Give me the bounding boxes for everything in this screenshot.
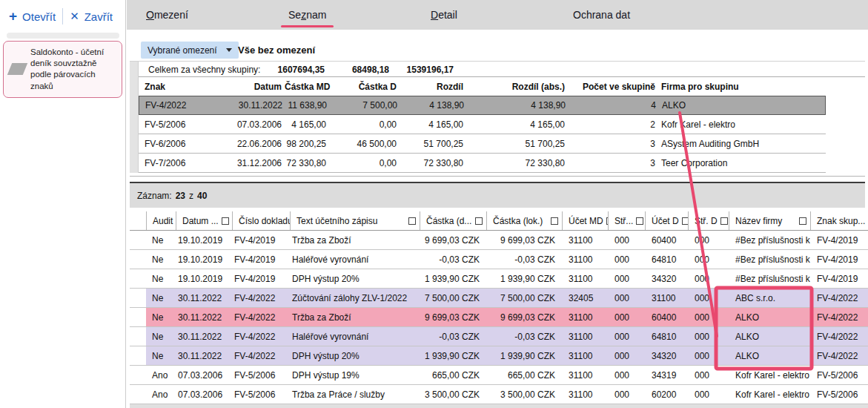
group-cell: FV-7/2006 bbox=[139, 158, 231, 168]
entries-col-label: Číslo dokladu bbox=[239, 216, 290, 226]
column-filter-icon[interactable] bbox=[551, 217, 558, 225]
entries-col-header-ucet-md[interactable]: Účet MD bbox=[562, 211, 608, 230]
entry-cell-castka-lok: 7 500,00 CZK bbox=[486, 293, 562, 303]
entry-cell-castka-d: 9 699,03 CZK bbox=[420, 235, 486, 246]
group-cell: 46 500,00 bbox=[329, 139, 400, 149]
left-panel: + Otevřít ✕ Zavřít Saldokonto - účetní d… bbox=[0, 0, 126, 408]
groups-col-header[interactable]: Rozdíl bbox=[400, 82, 466, 92]
entry-row[interactable]: Ne19.10.2019FV-4/2019Tržba za Zboží9 699… bbox=[130, 231, 868, 250]
groups-col-header[interactable]: Datum bbox=[231, 82, 285, 92]
tab-label-ochrana-dat: Ochrana dat bbox=[573, 9, 630, 21]
entry-cell-castka-d: 7 500,00 CZK bbox=[420, 293, 486, 303]
close-button[interactable]: ✕ Zavřít bbox=[70, 10, 113, 23]
entries-col-header-ucet-d[interactable]: Účet D bbox=[645, 211, 688, 230]
entry-cell-str-d: 000 bbox=[688, 254, 729, 265]
entry-cell-cislo: FV-4/2022 bbox=[232, 351, 290, 361]
entry-cell-str-md: 000 bbox=[608, 370, 645, 381]
group-cell: ALKO bbox=[657, 100, 825, 111]
tab-detail[interactable]: Detail bbox=[431, 0, 573, 30]
entry-cell-castka-d: 1 939,90 CZK bbox=[420, 274, 486, 284]
groups-col-header[interactable]: Rozdíl (abs.) bbox=[466, 82, 568, 92]
groups-table-header: ZnakDatumČástka MDČástka DRozdílRozdíl (… bbox=[139, 77, 826, 96]
entry-cell-ucet-d: 64810 bbox=[645, 254, 688, 265]
entry-cell-audit: Ano bbox=[146, 370, 176, 381]
entry-row[interactable]: Ano07.03.2006FV-5/2006Tržba za Práce / s… bbox=[130, 385, 868, 404]
tab-seznam[interactable]: Seznam bbox=[288, 0, 431, 30]
entry-cell-audit: Ne bbox=[146, 274, 176, 284]
entry-row[interactable]: Ne30.11.2022FV-4/2022Zúčtování zálohy ZL… bbox=[130, 289, 868, 308]
entry-row[interactable]: Ne30.11.2022FV-4/2022DPH výstup 20%1 939… bbox=[130, 346, 868, 366]
entry-cell-cislo: FV-4/2019 bbox=[232, 274, 290, 284]
group-cell: FV-6/2006 bbox=[139, 139, 231, 149]
open-button[interactable]: + Otevřít bbox=[9, 10, 56, 23]
column-filter-icon[interactable] bbox=[475, 217, 483, 225]
entries-col-header-audit[interactable]: Audit bbox=[146, 211, 176, 230]
entry-row[interactable]: Ano07.03.2006FV-5/2006DPH výstup 19%665,… bbox=[130, 366, 868, 385]
entry-cell-audit: Ne bbox=[146, 235, 176, 246]
entries-col-header-cislo[interactable]: Číslo dokladu bbox=[232, 211, 290, 230]
group-cell: 4 165,00 bbox=[285, 119, 329, 130]
entry-cell-ucet-d: 34320 bbox=[645, 351, 688, 361]
column-filter-icon[interactable] bbox=[222, 217, 229, 225]
entry-row[interactable]: Ne30.11.2022FV-4/2022Haléřové vyrovnání-… bbox=[130, 327, 868, 346]
entry-cell-audit: Ano bbox=[146, 389, 176, 400]
group-row[interactable]: FV-6/200622.06.200698 200,2546 500,0051 … bbox=[139, 134, 826, 154]
column-filter-icon[interactable] bbox=[636, 217, 643, 225]
close-button-label: Zavřít bbox=[85, 10, 113, 23]
groups-col-header[interactable]: Částka MD bbox=[285, 82, 329, 92]
group-cell: 7 500,00 bbox=[330, 100, 400, 111]
entry-cell-str-d: 000 bbox=[688, 370, 729, 381]
group-row-selected[interactable]: FV-4/202230.11.202211 638,907 500,004 13… bbox=[139, 96, 826, 115]
sidebar-item-saldokonto-report[interactable]: Saldokonto - účetní deník souvztažně pod… bbox=[3, 41, 122, 98]
column-filter-icon[interactable] bbox=[682, 217, 688, 225]
group-cell: FV-4/2022 bbox=[139, 100, 232, 111]
entries-col-label: Účet MD bbox=[569, 216, 603, 226]
group-cell: Teer Corporation bbox=[657, 158, 826, 168]
record-counter-total: 40 bbox=[197, 191, 207, 201]
entry-cell-firma: #Bez příslušnosti k bbox=[729, 274, 810, 284]
tab-omezeni[interactable]: Omezení bbox=[146, 0, 288, 30]
groups-col-header[interactable]: Částka D bbox=[329, 82, 400, 92]
entry-cell-ucet-d: 60200 bbox=[645, 389, 688, 400]
tab-label-post: mezení bbox=[154, 9, 188, 21]
entries-col-label: Text účetního zápisu bbox=[296, 216, 377, 226]
entry-cell-castka-d: 665,00 CZK bbox=[420, 370, 486, 381]
entry-row[interactable]: Ne19.10.2019FV-4/2019Haléřové vyrovnání-… bbox=[130, 250, 868, 269]
entries-col-header-text[interactable]: Text účetního zápisu bbox=[290, 211, 420, 230]
entry-cell-castka-d: 1 939,90 CZK bbox=[420, 351, 486, 361]
entries-col-header-castka-lok[interactable]: Částka (lok.) bbox=[486, 211, 562, 230]
tab-ochrana-dat[interactable]: Ochrana dat bbox=[573, 0, 715, 30]
groups-col-header[interactable]: Znak bbox=[139, 82, 231, 92]
entry-row[interactable]: Ne19.10.2019FV-4/2019DPH výstup 20%1 939… bbox=[130, 269, 868, 289]
entries-col-header-znak[interactable]: Znak skup... bbox=[810, 211, 868, 230]
groups-col-header[interactable]: Počet ve skupině bbox=[568, 82, 657, 92]
entry-cell-datum: 30.11.2022 bbox=[176, 312, 232, 323]
entry-cell-znak: FV-5/2006 bbox=[810, 370, 868, 381]
group-cell: 3 bbox=[568, 139, 657, 149]
entries-col-header-str-d[interactable]: Stř. D bbox=[688, 211, 729, 230]
column-filter-icon[interactable] bbox=[720, 217, 728, 225]
entries-col-header-datum[interactable]: Datum ... bbox=[176, 211, 232, 230]
group-row[interactable]: FV-5/200607.03.20064 165,000,004 165,004… bbox=[139, 115, 826, 134]
group-cell: 0,00 bbox=[329, 119, 400, 130]
entry-cell-text: Tržba za Zboží bbox=[290, 235, 420, 246]
entries-col-header-castka-d[interactable]: Částka (d... bbox=[420, 211, 486, 230]
column-filter-icon[interactable] bbox=[799, 217, 806, 225]
restriction-selector-dropdown[interactable]: Vybrané omezení bbox=[141, 42, 239, 59]
entry-cell-ucet-md: 31100 bbox=[562, 254, 608, 265]
entry-cell-firma: ABC s.r.o. bbox=[729, 293, 810, 303]
entries-table-body: Ne19.10.2019FV-4/2019Tržba za Zboží9 699… bbox=[130, 231, 868, 404]
entries-col-header-str-md[interactable]: Stř... bbox=[608, 211, 645, 230]
entry-cell-znak: FV-4/2019 bbox=[810, 235, 868, 246]
entry-row[interactable]: Ne30.11.2022FV-4/2022Tržba za Zboží9 699… bbox=[130, 308, 868, 327]
restriction-selector-label: Vybrané omezení bbox=[148, 45, 217, 56]
application-window: + Otevřít ✕ Zavřít Saldokonto - účetní d… bbox=[0, 0, 868, 408]
group-cell: 72 330,80 bbox=[285, 158, 329, 168]
groups-col-header[interactable]: Firma pro skupinu bbox=[657, 82, 826, 92]
column-filter-icon[interactable] bbox=[408, 217, 416, 225]
summary-castka-d: 68498,18 bbox=[352, 65, 389, 75]
entries-col-header-firma[interactable]: Název firmy bbox=[729, 211, 810, 230]
entry-cell-datum: 30.11.2022 bbox=[176, 351, 232, 361]
group-cell: 4 138,90 bbox=[467, 100, 569, 111]
group-row[interactable]: FV-7/200631.12.200672 330,800,0072 330,8… bbox=[139, 154, 826, 173]
